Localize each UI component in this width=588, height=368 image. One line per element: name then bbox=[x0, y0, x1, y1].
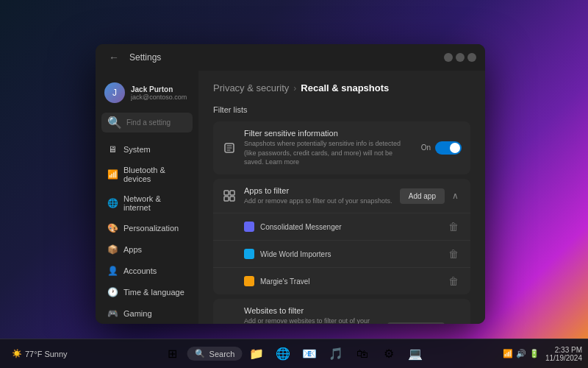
list-item: Margie's Travel 🗑 bbox=[213, 268, 470, 294]
sidebar-item-apps[interactable]: 📦 Apps bbox=[98, 239, 196, 260]
weather-icon: ☀️ bbox=[12, 349, 22, 358]
toggle-on-label: On bbox=[421, 144, 431, 152]
battery-tray-icon[interactable]: 🔋 bbox=[529, 349, 539, 358]
avatar: J bbox=[104, 82, 125, 103]
sidebar-item-network[interactable]: 🌐 Network & internet bbox=[98, 189, 196, 217]
taskbar-store-icon[interactable]: 🛍 bbox=[351, 342, 374, 366]
app-icon-messenger bbox=[244, 222, 254, 232]
system-icon: 🖥 bbox=[107, 144, 118, 155]
taskbar-center: ⊞ 🔍 Search 📁 🌐 📧 🎵 🛍 ⚙ 💻 bbox=[161, 342, 428, 366]
sidebar-label-accounts: Accounts bbox=[123, 266, 157, 275]
date-display: 11/19/2024 bbox=[545, 354, 582, 362]
taskbar-mail-icon[interactable]: 📧 bbox=[298, 342, 321, 366]
apps-sub-items: Consolidated Messenger 🗑 Wide World Impo… bbox=[213, 213, 470, 294]
filter-sensitive-text: Filter sensitive information Snapshots w… bbox=[244, 129, 414, 167]
sidebar-item-personalization[interactable]: 🎨 Personalization bbox=[98, 218, 196, 238]
app-name-importers: Wide World Importers bbox=[260, 250, 440, 258]
toggle-thumb bbox=[450, 143, 460, 153]
sidebar-item-system[interactable]: 🖥 System bbox=[98, 139, 196, 160]
breadcrumb: Privacy & security › Recall & snapshots bbox=[213, 82, 470, 93]
taskbar-left: ☀️ 77°F Sunny bbox=[0, 346, 74, 361]
filter-sensitive-action: On bbox=[421, 141, 462, 155]
maximize-button[interactable]: □ bbox=[456, 53, 465, 62]
app-name-travel: Margie's Travel bbox=[260, 277, 440, 286]
svg-rect-3 bbox=[224, 197, 229, 201]
main-content: Privacy & security › Recall & snapshots … bbox=[198, 71, 485, 324]
volume-tray-icon[interactable]: 🔊 bbox=[516, 349, 526, 358]
sidebar-user: J Jack Purton jack@contoso.com bbox=[96, 77, 198, 112]
user-info: Jack Purton jack@contoso.com bbox=[131, 85, 190, 101]
breadcrumb-parent[interactable]: Privacy & security bbox=[213, 82, 289, 93]
taskbar-terminal-icon[interactable]: 💻 bbox=[404, 342, 427, 366]
apps-chevron-icon[interactable]: ∧ bbox=[449, 189, 462, 202]
close-button[interactable]: ✕ bbox=[467, 53, 476, 62]
sidebar-label-system: System bbox=[123, 145, 151, 154]
svg-rect-1 bbox=[224, 191, 229, 195]
toggle-track[interactable] bbox=[435, 141, 462, 155]
add-app-button[interactable]: Add app bbox=[400, 188, 445, 204]
filter-apps-action: Add app ∧ bbox=[400, 188, 462, 204]
sidebar-item-time[interactable]: 🕐 Time & language bbox=[98, 282, 196, 302]
filter-websites-desc: Add or remove websites to filter out of … bbox=[244, 316, 380, 324]
clock[interactable]: 2:33 PM 11/19/2024 bbox=[545, 346, 582, 362]
sidebar-item-bluetooth[interactable]: 📶 Bluetooth & devices bbox=[98, 160, 196, 188]
delete-importers-button[interactable]: 🗑 bbox=[445, 247, 462, 261]
settings-window: ← Settings ─ □ ✕ J Jack Purton jack@cont… bbox=[96, 44, 485, 324]
sidebar: J Jack Purton jack@contoso.com 🔍 🖥 Syste… bbox=[96, 71, 198, 324]
taskbar-settings-icon[interactable]: ⚙ bbox=[377, 342, 401, 366]
personalization-icon: 🎨 bbox=[107, 223, 118, 233]
sidebar-label-apps: Apps bbox=[123, 245, 142, 254]
title-bar: ← Settings ─ □ ✕ bbox=[96, 44, 485, 71]
search-input[interactable] bbox=[126, 118, 187, 127]
system-tray: 📶 🔊 🔋 bbox=[503, 349, 539, 358]
list-item: Wide World Importers 🗑 bbox=[213, 241, 470, 268]
section-title: Filter lists bbox=[213, 105, 470, 114]
filter-sensitive-header: Filter sensitive information Snapshots w… bbox=[213, 121, 470, 174]
window-title: Settings bbox=[129, 52, 161, 63]
network-icon: 🌐 bbox=[107, 198, 118, 208]
filter-apps-icon bbox=[222, 188, 237, 203]
filter-item-sensitive: Filter sensitive information Snapshots w… bbox=[213, 121, 470, 174]
filter-item-apps: Apps to filter Add or remove apps to fil… bbox=[213, 179, 470, 295]
filter-apps-header: Apps to filter Add or remove apps to fil… bbox=[213, 179, 470, 213]
filter-apps-desc: Add or remove apps to filter out of your… bbox=[244, 197, 392, 206]
filter-apps-text: Apps to filter Add or remove apps to fil… bbox=[244, 186, 392, 206]
app-icon-importers bbox=[244, 249, 254, 259]
user-email: jack@contoso.com bbox=[131, 93, 190, 101]
back-button[interactable]: ← bbox=[104, 50, 123, 65]
delete-messenger-button[interactable]: 🗑 bbox=[445, 219, 462, 234]
apps-icon: 📦 bbox=[107, 244, 118, 255]
accounts-icon: 👤 bbox=[107, 266, 118, 276]
page-header: Privacy & security › Recall & snapshots bbox=[213, 82, 470, 93]
window-controls: ─ □ ✕ bbox=[444, 53, 476, 62]
sidebar-item-gaming[interactable]: 🎮 Gaming bbox=[98, 303, 196, 324]
delete-travel-button[interactable]: 🗑 bbox=[445, 274, 462, 289]
filter-websites-title: Websites to filter bbox=[244, 306, 380, 315]
filter-sensitive-icon bbox=[222, 141, 237, 155]
filter-sensitive-title: Filter sensitive information bbox=[244, 129, 414, 138]
search-icon: 🔍 bbox=[107, 116, 122, 130]
search-bar[interactable]: 🔍 bbox=[101, 113, 193, 132]
minimize-button[interactable]: ─ bbox=[444, 53, 453, 62]
sidebar-label-gaming: Gaming bbox=[123, 309, 152, 318]
taskbar-edge-icon[interactable]: 🌐 bbox=[271, 342, 295, 366]
weather-widget[interactable]: ☀️ 77°F Sunny bbox=[6, 346, 74, 361]
sidebar-label-time: Time & language bbox=[123, 288, 184, 297]
filter-websites-header: Websites to filter Add or remove website… bbox=[213, 299, 470, 324]
breadcrumb-current: Recall & snapshots bbox=[301, 82, 389, 93]
sidebar-item-accounts[interactable]: 👤 Accounts bbox=[98, 261, 196, 281]
filter-websites-text: Websites to filter Add or remove website… bbox=[244, 306, 380, 324]
start-button[interactable]: ⊞ bbox=[161, 342, 184, 366]
taskbar-files-icon[interactable]: 📁 bbox=[245, 342, 268, 366]
sidebar-label-personalization: Personalization bbox=[123, 224, 179, 233]
filter-websites-action: Add website ∧ bbox=[387, 322, 462, 324]
filter-sensitive-toggle[interactable] bbox=[435, 141, 462, 155]
sidebar-label-bluetooth: Bluetooth & devices bbox=[123, 166, 187, 183]
taskbar-music-icon[interactable]: 🎵 bbox=[324, 342, 348, 366]
breadcrumb-separator: › bbox=[293, 83, 296, 93]
taskbar-right: 📶 🔊 🔋 2:33 PM 11/19/2024 bbox=[503, 346, 588, 362]
network-tray-icon[interactable]: 📶 bbox=[503, 349, 513, 358]
add-website-button[interactable]: Add website bbox=[387, 322, 445, 324]
title-bar-left: ← Settings bbox=[104, 50, 161, 65]
taskbar-search-bar[interactable]: 🔍 Search bbox=[187, 347, 243, 361]
